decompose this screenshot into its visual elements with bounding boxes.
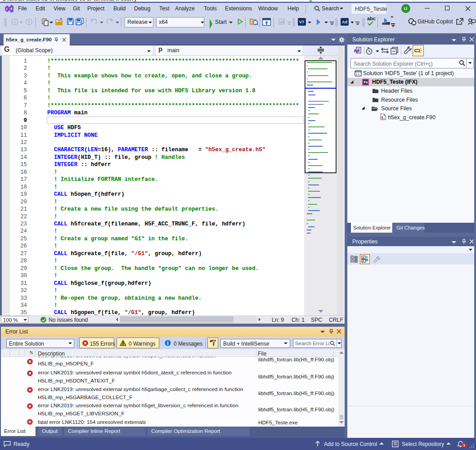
svg-text:Z: Z <box>362 260 364 262</box>
svg-text:A: A <box>362 256 364 259</box>
